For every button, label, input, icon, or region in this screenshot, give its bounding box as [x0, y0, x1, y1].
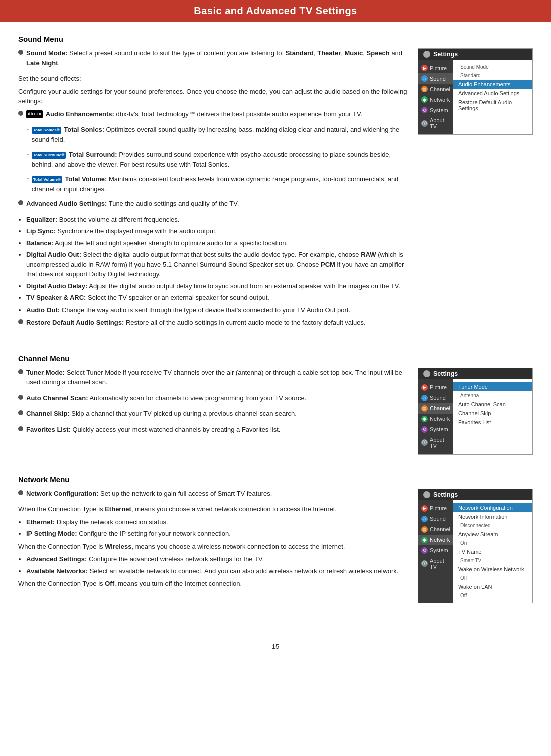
audio-enhancements-item[interactable]: Audio Enhancements	[453, 80, 532, 89]
ch-sidebar-system[interactable]: ⚙ System	[418, 424, 453, 435]
sound-latenight: Late Night	[26, 59, 58, 67]
network-menu-section: Network Menu Network Configuration: Set …	[18, 475, 533, 603]
auto-channel-para: Auto Channel Scan: Automatically scan fo…	[26, 393, 306, 403]
list-item-advanced-settings: Advanced Settings: Configure the advance…	[26, 554, 408, 564]
sound-mode-heading: Sound Mode:	[26, 49, 67, 57]
sidebar-system-label: System	[430, 107, 448, 113]
channel-panel-title-label: Settings	[433, 370, 458, 377]
ch-sidebar-network[interactable]: ◆ Network	[418, 414, 453, 424]
wake-wireless-item[interactable]: Wake on Wireless Network	[453, 565, 532, 574]
sound-mode-item[interactable]: Sound Mode	[453, 63, 532, 71]
network-settings-sidebar: ▶ Picture ♫ Sound ▤ Channel ◆	[418, 500, 453, 603]
ethernet-intro: When the Connection Type is Ethernet, me…	[18, 504, 408, 514]
channel-menu-items: Tuner Mode Antenna Auto Channel Scan Cha…	[453, 379, 532, 454]
totalsonics-heading: Total Sonics:	[64, 126, 104, 133]
channel-skip-item[interactable]: Channel Skip	[453, 409, 532, 418]
total-surround-bullet: • Total Surround® Total Surround: Provid…	[27, 149, 408, 172]
ch-sidebar-picture[interactable]: ▶ Picture	[418, 382, 453, 393]
total-surround-para: Total Surround® Total Surround: Provides…	[32, 149, 408, 169]
net-sidebar-network[interactable]: ◆ Network	[418, 535, 453, 545]
sound-menu-section: Sound Menu Sound Mode: Select a preset s…	[18, 35, 533, 334]
channel-panel-body: ▶ Picture ♫ Sound ▤ Channel ◆	[418, 379, 532, 454]
dbxtv-bullet: dbx-tv Audio Enhancements: dbx-tv's Tota…	[18, 109, 408, 122]
tuner-mode-menu-item[interactable]: Tuner Mode	[453, 382, 532, 391]
sub-dot-volume: •	[27, 176, 29, 197]
sound-mode-bullet: Sound Mode: Select a preset sound mode t…	[18, 48, 408, 71]
sidebar-item-network[interactable]: ◆ Network	[418, 94, 453, 105]
network-menu-title: Network Menu	[18, 475, 533, 484]
page-header: Basic and Advanced TV Settings	[0, 0, 551, 22]
advanced-audio-bullet: Advanced Audio Settings: Tune the audio …	[18, 199, 408, 212]
list-item-audioout: Audio Out: Change the way audio is sent …	[26, 305, 408, 315]
sidebar-item-sound[interactable]: ♫ Sound	[418, 73, 453, 84]
total-volume-bullet: • Total Volume® Total Volume: Maintains …	[27, 174, 408, 197]
network-menu-inner: Network Configuration: Set up the networ…	[18, 489, 533, 603]
net-network-icon: ◆	[421, 537, 428, 543]
wake-wireless-off-item: Off	[453, 574, 532, 582]
restore-default-para: Restore Default Audio Settings: Restore …	[26, 318, 366, 328]
favorites-list-item[interactable]: Favorites List	[453, 418, 532, 427]
tuner-mode-heading: Tuner Mode:	[26, 369, 65, 376]
antenna-item[interactable]: Antenna	[453, 391, 532, 400]
off-intro: When the Connection Type is Off, means y…	[18, 579, 408, 589]
restore-default-item[interactable]: Restore Default Audio Settings	[453, 98, 532, 113]
channel-menu-section: Channel Menu Tuner Mode: Select Tuner Mo…	[18, 354, 533, 455]
net-sidebar-about-label: About TV	[430, 558, 450, 570]
smart-tv-item: Smart TV	[453, 556, 532, 565]
net-sidebar-system[interactable]: ⚙ System	[418, 545, 453, 556]
ch-sound-icon: ♫	[421, 395, 428, 401]
list-item-lipsync: Lip Sync: Synchronize the displayed imag…	[26, 226, 408, 236]
tuner-dot	[18, 369, 23, 374]
page-num-value: 15	[272, 643, 279, 650]
sound-menu-inner: Sound Mode: Select a preset sound mode t…	[18, 48, 533, 334]
network-menu-text: Network Configuration: Set up the networ…	[18, 489, 408, 592]
net-sidebar-sound[interactable]: ♫ Sound	[418, 514, 453, 524]
total-sonics-para: Total Sonics® Total Sonics: Optimizes ov…	[32, 125, 408, 144]
anyview-stream-item[interactable]: Anyview Stream	[453, 530, 532, 539]
bullet-dot	[18, 50, 23, 55]
auto-channel-scan-item[interactable]: Auto Channel Scan	[453, 400, 532, 409]
wake-lan-item[interactable]: Wake on LAN	[453, 582, 532, 591]
bullet-dot-dbx	[18, 111, 23, 116]
total-volume-para: Total Volume® Total Volume: Maintains co…	[32, 174, 408, 194]
channel-skip-heading: Channel Skip:	[26, 410, 70, 417]
sidebar-item-picture[interactable]: ▶ Picture	[418, 63, 453, 73]
sidebar-item-channel[interactable]: ▤ Channel	[418, 84, 453, 94]
sound-speech: Speech	[367, 49, 390, 57]
network-config-menu-item[interactable]: Network Configuration	[453, 503, 532, 512]
list-item-digital-delay: Digital Audio Delay: Adjust the digital …	[26, 281, 408, 291]
ch-sidebar-channel-label: Channel	[430, 405, 450, 411]
standard-item[interactable]: Standard	[453, 71, 532, 80]
network-config-heading: Network Configuration:	[26, 490, 98, 497]
page-content: Sound Menu Sound Mode: Select a preset s…	[0, 22, 551, 633]
sidebar-item-system[interactable]: ⚙ System	[418, 105, 453, 115]
auto-channel-bullet: Auto Channel Scan: Automatically scan fo…	[18, 393, 408, 406]
network-panel-title-label: Settings	[433, 491, 458, 498]
sidebar-item-about[interactable]: ⓘ About TV	[418, 115, 453, 131]
ch-sidebar-channel[interactable]: ▤ Channel	[418, 403, 453, 414]
sound-menu-title: Sound Menu	[18, 35, 533, 43]
ch-sidebar-about[interactable]: ⓘ About TV	[418, 435, 453, 451]
sound-mode-para: Sound Mode: Select a preset sound mode t…	[26, 48, 408, 68]
net-sidebar-about[interactable]: ⓘ About TV	[418, 556, 453, 572]
channel-icon: ▤	[421, 86, 428, 92]
advanced-audio-list: Equalizer: Boost the volume at different…	[26, 215, 408, 315]
disconnected-item: Disconnected	[453, 521, 532, 530]
ch-network-icon: ◆	[421, 416, 428, 422]
ch-sidebar-sound[interactable]: ♫ Sound	[418, 393, 453, 403]
sound-menu-items: Sound Mode Standard Audio Enhancements A…	[453, 60, 532, 134]
tv-name-item[interactable]: TV Name	[453, 547, 532, 556]
network-info-item[interactable]: Network Information	[453, 512, 532, 521]
channel-skip-dot	[18, 410, 23, 415]
net-sidebar-channel-label: Channel	[430, 526, 450, 532]
net-sidebar-picture[interactable]: ▶ Picture	[418, 503, 453, 514]
net-sidebar-channel[interactable]: ▤ Channel	[418, 524, 453, 535]
wake-lan-off-item: Off	[453, 591, 532, 600]
net-sidebar-sound-label: Sound	[430, 516, 446, 522]
advanced-audio-item[interactable]: Advanced Audio Settings	[453, 89, 532, 98]
channel-menu-title: Channel Menu	[18, 354, 533, 363]
ch-system-icon: ⚙	[421, 426, 428, 433]
list-item-available-networks: Available Networks: Select an available …	[26, 566, 408, 576]
wireless-intro: When the Connection Type is Wireless, me…	[18, 542, 408, 552]
net-sidebar-system-label: System	[430, 547, 448, 553]
